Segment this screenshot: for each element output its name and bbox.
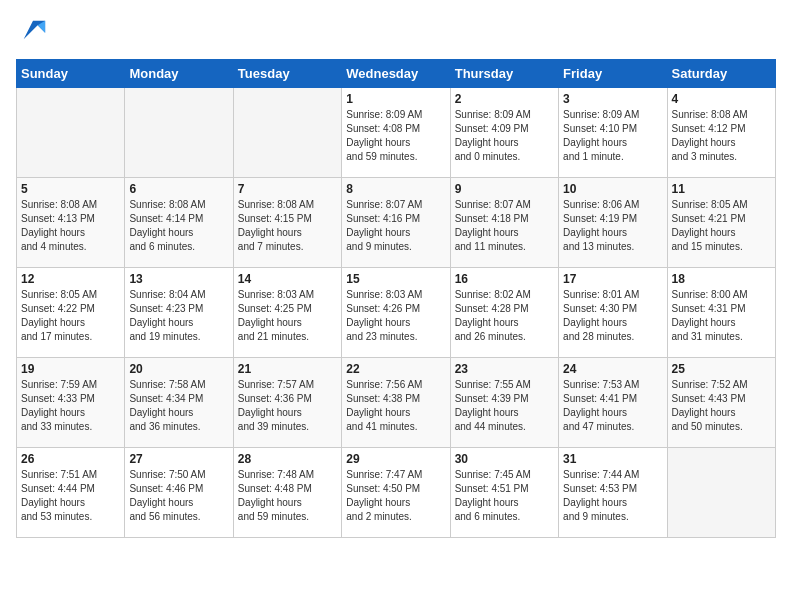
calendar-cell: 22Sunrise: 7:56 AMSunset: 4:38 PMDayligh… <box>342 357 450 447</box>
calendar-cell: 23Sunrise: 7:55 AMSunset: 4:39 PMDayligh… <box>450 357 558 447</box>
day-info: Sunrise: 8:03 AMSunset: 4:25 PMDaylight … <box>238 288 337 344</box>
calendar-cell: 20Sunrise: 7:58 AMSunset: 4:34 PMDayligh… <box>125 357 233 447</box>
day-number: 29 <box>346 452 445 466</box>
day-info: Sunrise: 7:52 AMSunset: 4:43 PMDaylight … <box>672 378 771 434</box>
logo <box>16 16 47 49</box>
day-info: Sunrise: 8:08 AMSunset: 4:13 PMDaylight … <box>21 198 120 254</box>
logo-text <box>16 16 47 49</box>
day-info: Sunrise: 7:57 AMSunset: 4:36 PMDaylight … <box>238 378 337 434</box>
day-number: 12 <box>21 272 120 286</box>
day-number: 18 <box>672 272 771 286</box>
calendar-cell: 18Sunrise: 8:00 AMSunset: 4:31 PMDayligh… <box>667 267 775 357</box>
day-info: Sunrise: 8:05 AMSunset: 4:22 PMDaylight … <box>21 288 120 344</box>
calendar-cell: 26Sunrise: 7:51 AMSunset: 4:44 PMDayligh… <box>17 447 125 537</box>
calendar-cell <box>233 87 341 177</box>
day-number: 15 <box>346 272 445 286</box>
calendar-cell: 2Sunrise: 8:09 AMSunset: 4:09 PMDaylight… <box>450 87 558 177</box>
day-number: 16 <box>455 272 554 286</box>
day-number: 1 <box>346 92 445 106</box>
calendar-cell: 4Sunrise: 8:08 AMSunset: 4:12 PMDaylight… <box>667 87 775 177</box>
calendar-cell: 9Sunrise: 8:07 AMSunset: 4:18 PMDaylight… <box>450 177 558 267</box>
day-info: Sunrise: 7:55 AMSunset: 4:39 PMDaylight … <box>455 378 554 434</box>
day-info: Sunrise: 7:45 AMSunset: 4:51 PMDaylight … <box>455 468 554 524</box>
day-info: Sunrise: 7:59 AMSunset: 4:33 PMDaylight … <box>21 378 120 434</box>
day-info: Sunrise: 7:53 AMSunset: 4:41 PMDaylight … <box>563 378 662 434</box>
calendar-cell <box>667 447 775 537</box>
calendar-cell: 25Sunrise: 7:52 AMSunset: 4:43 PMDayligh… <box>667 357 775 447</box>
calendar-cell: 11Sunrise: 8:05 AMSunset: 4:21 PMDayligh… <box>667 177 775 267</box>
calendar-cell <box>17 87 125 177</box>
calendar-cell: 21Sunrise: 7:57 AMSunset: 4:36 PMDayligh… <box>233 357 341 447</box>
calendar-cell: 19Sunrise: 7:59 AMSunset: 4:33 PMDayligh… <box>17 357 125 447</box>
calendar-cell: 10Sunrise: 8:06 AMSunset: 4:19 PMDayligh… <box>559 177 667 267</box>
day-info: Sunrise: 8:09 AMSunset: 4:08 PMDaylight … <box>346 108 445 164</box>
day-number: 26 <box>21 452 120 466</box>
day-info: Sunrise: 8:01 AMSunset: 4:30 PMDaylight … <box>563 288 662 344</box>
day-info: Sunrise: 8:02 AMSunset: 4:28 PMDaylight … <box>455 288 554 344</box>
day-info: Sunrise: 8:09 AMSunset: 4:10 PMDaylight … <box>563 108 662 164</box>
calendar-cell: 29Sunrise: 7:47 AMSunset: 4:50 PMDayligh… <box>342 447 450 537</box>
calendar-week-4: 19Sunrise: 7:59 AMSunset: 4:33 PMDayligh… <box>17 357 776 447</box>
day-info: Sunrise: 8:05 AMSunset: 4:21 PMDaylight … <box>672 198 771 254</box>
day-info: Sunrise: 8:08 AMSunset: 4:14 PMDaylight … <box>129 198 228 254</box>
day-info: Sunrise: 7:51 AMSunset: 4:44 PMDaylight … <box>21 468 120 524</box>
weekday-header-saturday: Saturday <box>667 59 775 87</box>
day-number: 7 <box>238 182 337 196</box>
calendar-cell: 16Sunrise: 8:02 AMSunset: 4:28 PMDayligh… <box>450 267 558 357</box>
day-info: Sunrise: 8:08 AMSunset: 4:12 PMDaylight … <box>672 108 771 164</box>
calendar-week-1: 1Sunrise: 8:09 AMSunset: 4:08 PMDaylight… <box>17 87 776 177</box>
day-info: Sunrise: 7:47 AMSunset: 4:50 PMDaylight … <box>346 468 445 524</box>
calendar: SundayMondayTuesdayWednesdayThursdayFrid… <box>16 59 776 538</box>
calendar-week-5: 26Sunrise: 7:51 AMSunset: 4:44 PMDayligh… <box>17 447 776 537</box>
day-info: Sunrise: 8:07 AMSunset: 4:16 PMDaylight … <box>346 198 445 254</box>
day-info: Sunrise: 8:09 AMSunset: 4:09 PMDaylight … <box>455 108 554 164</box>
day-number: 20 <box>129 362 228 376</box>
day-info: Sunrise: 8:00 AMSunset: 4:31 PMDaylight … <box>672 288 771 344</box>
day-number: 25 <box>672 362 771 376</box>
calendar-cell: 8Sunrise: 8:07 AMSunset: 4:16 PMDaylight… <box>342 177 450 267</box>
day-info: Sunrise: 8:03 AMSunset: 4:26 PMDaylight … <box>346 288 445 344</box>
calendar-week-2: 5Sunrise: 8:08 AMSunset: 4:13 PMDaylight… <box>17 177 776 267</box>
day-number: 31 <box>563 452 662 466</box>
calendar-cell: 13Sunrise: 8:04 AMSunset: 4:23 PMDayligh… <box>125 267 233 357</box>
calendar-cell: 7Sunrise: 8:08 AMSunset: 4:15 PMDaylight… <box>233 177 341 267</box>
day-number: 3 <box>563 92 662 106</box>
day-number: 28 <box>238 452 337 466</box>
day-info: Sunrise: 7:50 AMSunset: 4:46 PMDaylight … <box>129 468 228 524</box>
weekday-header-tuesday: Tuesday <box>233 59 341 87</box>
day-number: 4 <box>672 92 771 106</box>
logo-icon <box>19 16 47 44</box>
calendar-cell: 14Sunrise: 8:03 AMSunset: 4:25 PMDayligh… <box>233 267 341 357</box>
day-info: Sunrise: 7:58 AMSunset: 4:34 PMDaylight … <box>129 378 228 434</box>
day-number: 24 <box>563 362 662 376</box>
day-info: Sunrise: 8:04 AMSunset: 4:23 PMDaylight … <box>129 288 228 344</box>
calendar-cell: 3Sunrise: 8:09 AMSunset: 4:10 PMDaylight… <box>559 87 667 177</box>
day-number: 11 <box>672 182 771 196</box>
calendar-cell: 15Sunrise: 8:03 AMSunset: 4:26 PMDayligh… <box>342 267 450 357</box>
weekday-header-friday: Friday <box>559 59 667 87</box>
calendar-cell <box>125 87 233 177</box>
calendar-cell: 28Sunrise: 7:48 AMSunset: 4:48 PMDayligh… <box>233 447 341 537</box>
calendar-cell: 5Sunrise: 8:08 AMSunset: 4:13 PMDaylight… <box>17 177 125 267</box>
day-info: Sunrise: 7:48 AMSunset: 4:48 PMDaylight … <box>238 468 337 524</box>
day-number: 19 <box>21 362 120 376</box>
calendar-cell: 17Sunrise: 8:01 AMSunset: 4:30 PMDayligh… <box>559 267 667 357</box>
calendar-cell: 31Sunrise: 7:44 AMSunset: 4:53 PMDayligh… <box>559 447 667 537</box>
day-number: 2 <box>455 92 554 106</box>
day-number: 5 <box>21 182 120 196</box>
day-info: Sunrise: 8:06 AMSunset: 4:19 PMDaylight … <box>563 198 662 254</box>
day-number: 22 <box>346 362 445 376</box>
day-info: Sunrise: 7:56 AMSunset: 4:38 PMDaylight … <box>346 378 445 434</box>
weekday-header-monday: Monday <box>125 59 233 87</box>
day-number: 27 <box>129 452 228 466</box>
calendar-week-3: 12Sunrise: 8:05 AMSunset: 4:22 PMDayligh… <box>17 267 776 357</box>
calendar-cell: 24Sunrise: 7:53 AMSunset: 4:41 PMDayligh… <box>559 357 667 447</box>
day-number: 21 <box>238 362 337 376</box>
day-info: Sunrise: 8:08 AMSunset: 4:15 PMDaylight … <box>238 198 337 254</box>
day-number: 17 <box>563 272 662 286</box>
day-info: Sunrise: 8:07 AMSunset: 4:18 PMDaylight … <box>455 198 554 254</box>
day-number: 13 <box>129 272 228 286</box>
weekday-header-thursday: Thursday <box>450 59 558 87</box>
calendar-header-row: SundayMondayTuesdayWednesdayThursdayFrid… <box>17 59 776 87</box>
weekday-header-wednesday: Wednesday <box>342 59 450 87</box>
